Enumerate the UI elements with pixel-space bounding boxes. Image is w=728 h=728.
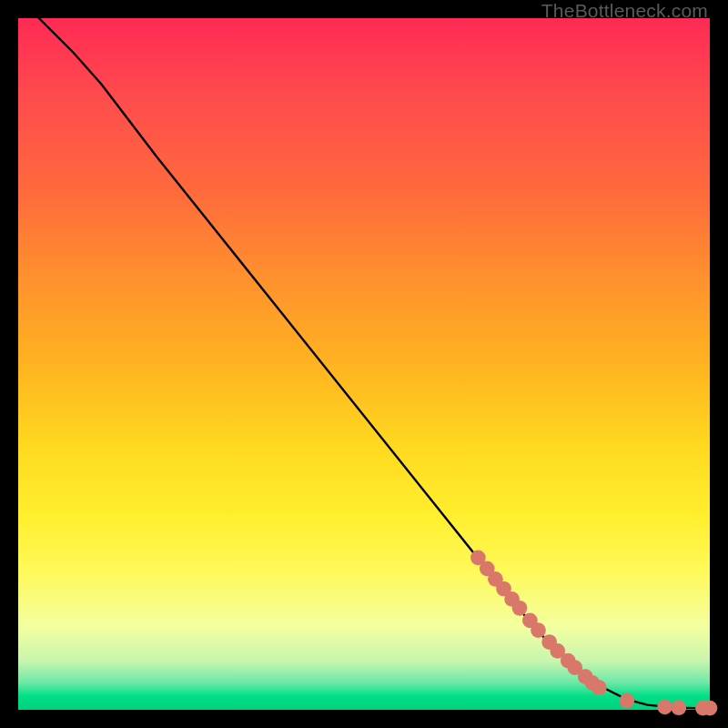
- data-marker: [703, 701, 718, 716]
- bottleneck-curve: [39, 18, 710, 708]
- chart-stage: TheBottleneck.com: [0, 0, 728, 728]
- data-marker: [657, 700, 672, 715]
- data-marker: [619, 693, 634, 709]
- data-marker: [531, 622, 546, 638]
- data-marker: [512, 601, 528, 616]
- chart-svg: [18, 18, 710, 710]
- marker-group: [470, 550, 717, 715]
- plot-area: [18, 18, 710, 710]
- data-marker: [592, 680, 607, 695]
- data-marker: [671, 700, 686, 715]
